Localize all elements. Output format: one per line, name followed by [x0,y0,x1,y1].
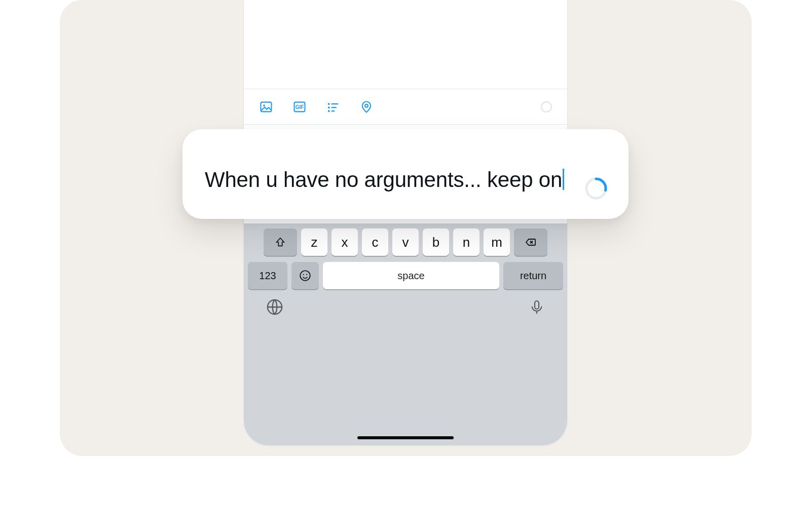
key-c[interactable]: c [362,229,388,256]
key-x[interactable]: x [331,229,358,256]
progress-ring-icon [584,176,608,201]
svg-point-7 [328,110,330,112]
globe-icon[interactable] [266,298,283,316]
svg-point-11 [303,274,304,275]
text-caret [563,169,564,190]
svg-point-3 [328,103,330,105]
character-count-ring [541,101,552,112]
gif-icon-label: GIF [296,104,304,109]
backspace-key[interactable] [514,229,547,256]
compose-text-area[interactable] [244,0,567,89]
return-key[interactable]: return [503,262,563,289]
svg-point-10 [300,271,310,281]
onscreen-keyboard: z x c v b n m 123 space return [244,223,567,445]
phone-frame: GIF [243,0,568,446]
compose-toolbar: GIF [244,89,567,125]
svg-point-9 [365,104,368,107]
compose-overlay-card: When u have no arguments... keep on [182,129,629,219]
svg-point-1 [263,104,265,106]
location-pin-icon[interactable] [359,100,374,114]
key-n[interactable]: n [453,229,480,256]
key-z[interactable]: z [301,229,327,256]
numbers-key[interactable]: 123 [248,262,287,289]
space-key[interactable]: space [323,262,499,289]
svg-rect-14 [535,301,539,309]
svg-rect-0 [261,102,272,111]
svg-point-5 [328,106,330,108]
keyboard-row-3: z x c v b n m [248,229,563,256]
shift-key[interactable] [264,229,297,256]
home-indicator[interactable] [357,436,454,439]
key-v[interactable]: v [392,229,419,256]
keyboard-row-fn: 123 space return [248,262,563,289]
compose-text[interactable]: When u have no arguments... keep on [205,166,598,195]
gif-icon[interactable]: GIF [292,100,307,114]
key-m[interactable]: m [484,229,510,256]
key-b[interactable]: b [423,229,449,256]
image-icon[interactable] [259,100,273,114]
keyboard-bottom-bar [248,289,563,319]
compose-text-content: When u have no arguments... keep on [205,168,562,192]
svg-point-12 [306,274,307,275]
poll-icon[interactable] [326,100,340,114]
mic-icon[interactable] [529,299,545,315]
stage-frame: GIF [60,0,752,456]
emoji-key[interactable] [291,262,319,289]
